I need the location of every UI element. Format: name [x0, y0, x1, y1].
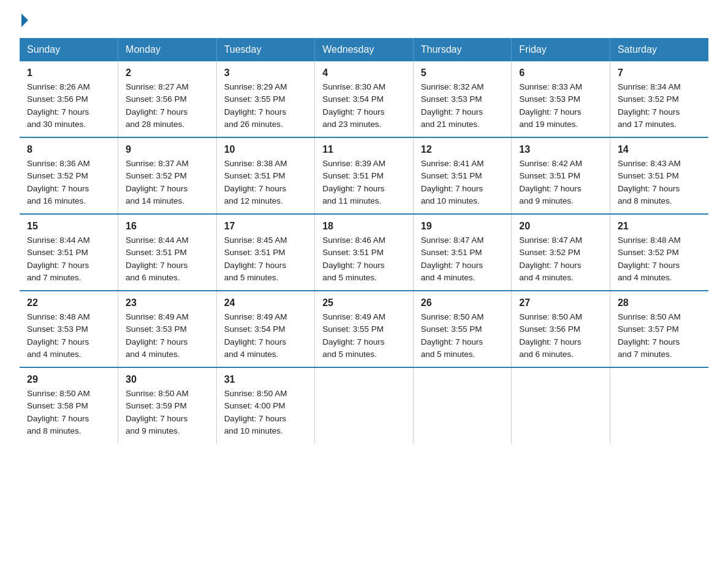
day-info: Sunrise: 8:33 AMSunset: 3:53 PMDaylight:…: [519, 81, 602, 131]
day-info: Sunrise: 8:30 AMSunset: 3:54 PMDaylight:…: [322, 81, 406, 131]
day-number: 20: [519, 221, 602, 232]
calendar-cell: [413, 367, 512, 443]
day-number: 16: [126, 221, 209, 232]
day-info: Sunrise: 8:50 AMSunset: 3:58 PMDaylight:…: [27, 388, 110, 437]
calendar-cell: 13Sunrise: 8:42 AMSunset: 3:51 PMDayligh…: [512, 137, 610, 214]
calendar-cell: 31Sunrise: 8:50 AMSunset: 4:00 PMDayligh…: [216, 367, 315, 443]
calendar-cell: 8Sunrise: 8:36 AMSunset: 3:52 PMDaylight…: [20, 137, 118, 214]
logo-arrow-icon: [21, 13, 28, 27]
calendar-cell: 2Sunrise: 8:27 AMSunset: 3:56 PMDaylight…: [118, 61, 217, 137]
day-number: 14: [618, 144, 701, 155]
logo-general: [20, 15, 28, 27]
header-sunday: Sunday: [20, 38, 118, 61]
day-info: Sunrise: 8:50 AMSunset: 3:55 PMDaylight:…: [421, 311, 504, 361]
calendar-cell: 30Sunrise: 8:50 AMSunset: 3:59 PMDayligh…: [118, 367, 217, 443]
calendar-body: 1Sunrise: 8:26 AMSunset: 3:56 PMDaylight…: [20, 61, 708, 443]
calendar-cell: 6Sunrise: 8:33 AMSunset: 3:53 PMDaylight…: [512, 61, 610, 137]
day-number: 7: [618, 67, 701, 79]
day-info: Sunrise: 8:27 AMSunset: 3:56 PMDaylight:…: [126, 81, 209, 131]
calendar-cell: 18Sunrise: 8:46 AMSunset: 3:51 PMDayligh…: [315, 214, 414, 291]
calendar-cell: 9Sunrise: 8:37 AMSunset: 3:52 PMDaylight…: [118, 137, 217, 214]
calendar-cell: 17Sunrise: 8:45 AMSunset: 3:51 PMDayligh…: [216, 214, 315, 291]
calendar-cell: 24Sunrise: 8:49 AMSunset: 3:54 PMDayligh…: [216, 291, 315, 367]
day-info: Sunrise: 8:48 AMSunset: 3:53 PMDaylight:…: [27, 311, 110, 361]
day-info: Sunrise: 8:45 AMSunset: 3:51 PMDaylight:…: [224, 234, 308, 284]
header-saturday: Saturday: [610, 38, 708, 61]
header-thursday: Thursday: [413, 38, 512, 61]
day-number: 28: [618, 297, 701, 308]
calendar-cell: [512, 367, 610, 443]
day-info: Sunrise: 8:43 AMSunset: 3:51 PMDaylight:…: [618, 158, 701, 207]
day-number: 27: [519, 297, 602, 308]
day-info: Sunrise: 8:50 AMSunset: 4:00 PMDaylight:…: [224, 388, 308, 437]
calendar-cell: 28Sunrise: 8:50 AMSunset: 3:57 PMDayligh…: [610, 291, 708, 367]
calendar-cell: 27Sunrise: 8:50 AMSunset: 3:56 PMDayligh…: [512, 291, 610, 367]
calendar-cell: 5Sunrise: 8:32 AMSunset: 3:53 PMDaylight…: [413, 61, 512, 137]
day-number: 23: [126, 297, 209, 308]
header-friday: Friday: [512, 38, 610, 61]
day-info: Sunrise: 8:44 AMSunset: 3:51 PMDaylight:…: [126, 234, 209, 284]
day-info: Sunrise: 8:46 AMSunset: 3:51 PMDaylight:…: [322, 234, 406, 284]
day-info: Sunrise: 8:49 AMSunset: 3:54 PMDaylight:…: [224, 311, 308, 361]
calendar-cell: 19Sunrise: 8:47 AMSunset: 3:51 PMDayligh…: [413, 214, 512, 291]
day-number: 6: [519, 67, 602, 79]
calendar-cell: 25Sunrise: 8:49 AMSunset: 3:55 PMDayligh…: [315, 291, 414, 367]
logo: [20, 15, 28, 27]
header-wednesday: Wednesday: [315, 38, 414, 61]
calendar-cell: 15Sunrise: 8:44 AMSunset: 3:51 PMDayligh…: [20, 214, 118, 291]
calendar-cell: 3Sunrise: 8:29 AMSunset: 3:55 PMDaylight…: [216, 61, 315, 137]
page-header: [20, 15, 708, 27]
calendar-cell: 23Sunrise: 8:49 AMSunset: 3:53 PMDayligh…: [118, 291, 217, 367]
calendar-cell: 29Sunrise: 8:50 AMSunset: 3:58 PMDayligh…: [20, 367, 118, 443]
day-number: 25: [322, 297, 406, 308]
header-monday: Monday: [118, 38, 217, 61]
day-number: 31: [224, 374, 308, 385]
day-info: Sunrise: 8:38 AMSunset: 3:51 PMDaylight:…: [224, 158, 308, 207]
calendar-cell: 20Sunrise: 8:47 AMSunset: 3:52 PMDayligh…: [512, 214, 610, 291]
day-info: Sunrise: 8:44 AMSunset: 3:51 PMDaylight:…: [27, 234, 110, 284]
calendar-header: Sunday Monday Tuesday Wednesday Thursday…: [20, 38, 708, 61]
header-tuesday: Tuesday: [216, 38, 315, 61]
day-number: 30: [126, 374, 209, 385]
day-info: Sunrise: 8:37 AMSunset: 3:52 PMDaylight:…: [126, 158, 209, 207]
day-number: 1: [27, 67, 110, 79]
day-info: Sunrise: 8:48 AMSunset: 3:52 PMDaylight:…: [618, 234, 701, 284]
day-number: 17: [224, 221, 308, 232]
day-info: Sunrise: 8:49 AMSunset: 3:53 PMDaylight:…: [126, 311, 209, 361]
day-info: Sunrise: 8:29 AMSunset: 3:55 PMDaylight:…: [224, 81, 308, 131]
day-number: 15: [27, 221, 110, 232]
calendar-cell: 22Sunrise: 8:48 AMSunset: 3:53 PMDayligh…: [20, 291, 118, 367]
calendar-cell: 7Sunrise: 8:34 AMSunset: 3:52 PMDaylight…: [610, 61, 708, 137]
day-number: 13: [519, 144, 602, 155]
calendar-table: Sunday Monday Tuesday Wednesday Thursday…: [20, 38, 708, 443]
calendar-cell: 11Sunrise: 8:39 AMSunset: 3:51 PMDayligh…: [315, 137, 414, 214]
day-number: 26: [421, 297, 504, 308]
calendar-cell: [610, 367, 708, 443]
calendar-cell: 16Sunrise: 8:44 AMSunset: 3:51 PMDayligh…: [118, 214, 217, 291]
calendar-cell: 21Sunrise: 8:48 AMSunset: 3:52 PMDayligh…: [610, 214, 708, 291]
header-row: Sunday Monday Tuesday Wednesday Thursday…: [20, 38, 708, 61]
day-number: 3: [224, 67, 308, 79]
day-info: Sunrise: 8:50 AMSunset: 3:57 PMDaylight:…: [618, 311, 701, 361]
day-number: 19: [421, 221, 504, 232]
day-number: 24: [224, 297, 308, 308]
day-info: Sunrise: 8:47 AMSunset: 3:52 PMDaylight:…: [519, 234, 602, 284]
day-info: Sunrise: 8:34 AMSunset: 3:52 PMDaylight:…: [618, 81, 701, 131]
day-number: 11: [322, 144, 406, 155]
day-number: 9: [126, 144, 209, 155]
day-number: 18: [322, 221, 406, 232]
day-number: 29: [27, 374, 110, 385]
day-info: Sunrise: 8:49 AMSunset: 3:55 PMDaylight:…: [322, 311, 406, 361]
day-info: Sunrise: 8:47 AMSunset: 3:51 PMDaylight:…: [421, 234, 504, 284]
day-number: 21: [618, 221, 701, 232]
calendar-cell: 1Sunrise: 8:26 AMSunset: 3:56 PMDaylight…: [20, 61, 118, 137]
day-number: 5: [421, 67, 504, 79]
day-info: Sunrise: 8:50 AMSunset: 3:56 PMDaylight:…: [519, 311, 602, 361]
day-number: 12: [421, 144, 504, 155]
calendar-cell: 12Sunrise: 8:41 AMSunset: 3:51 PMDayligh…: [413, 137, 512, 214]
day-info: Sunrise: 8:42 AMSunset: 3:51 PMDaylight:…: [519, 158, 602, 207]
day-info: Sunrise: 8:39 AMSunset: 3:51 PMDaylight:…: [322, 158, 406, 207]
calendar-cell: 26Sunrise: 8:50 AMSunset: 3:55 PMDayligh…: [413, 291, 512, 367]
day-info: Sunrise: 8:41 AMSunset: 3:51 PMDaylight:…: [421, 158, 504, 207]
day-info: Sunrise: 8:32 AMSunset: 3:53 PMDaylight:…: [421, 81, 504, 131]
